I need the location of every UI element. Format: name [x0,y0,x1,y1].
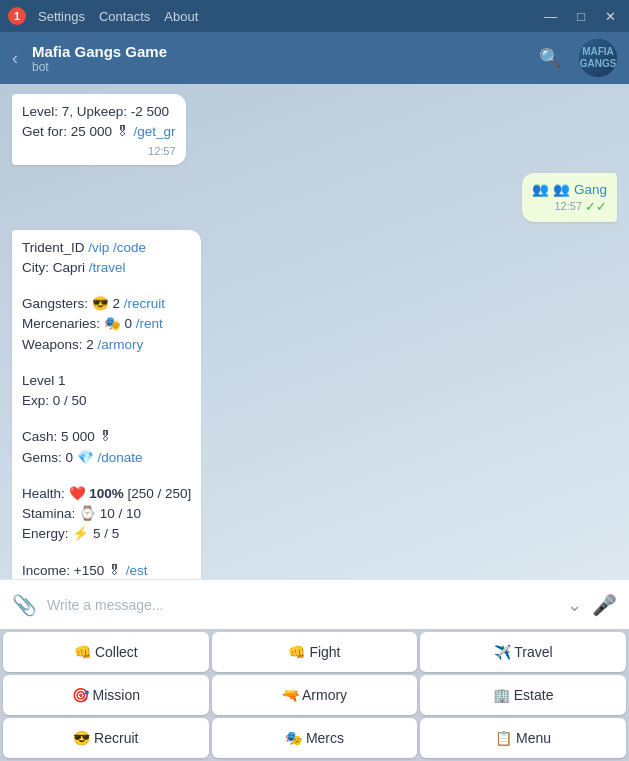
menu-about[interactable]: About [164,9,198,24]
msg-time-outgoing: 12:57 ✓✓ [532,199,607,214]
avatar: MAFIAGANGS [579,39,617,77]
close-button[interactable]: ✕ [600,7,621,26]
back-button[interactable]: ‹ [12,48,18,69]
bubble-outgoing: 👥 👥 Gang 12:57 ✓✓ [522,173,617,222]
recruit-link[interactable]: /recruit [124,296,165,311]
msg-line: Level 1 [22,371,191,391]
mic-icon[interactable]: 🎤 [592,593,617,617]
btn-mercs[interactable]: 🎭 Mercs [212,718,418,758]
message-row: Level: 7, Upkeep: -2 500 Get for: 25 000… [12,94,186,165]
attach-icon[interactable]: 📎 [12,593,37,617]
msg-line: Health: ❤️ 100% [250 / 250] [22,484,191,504]
msg-line: Stamina: ⌚ 10 / 10 [22,504,191,524]
message-row: Trident_ID /vip /code City: Capri /trave… [12,230,201,580]
header-info: Mafia Gangs Game bot [32,43,529,74]
btn-estate[interactable]: 🏢 Estate [420,675,626,715]
title-bar-menu: Settings Contacts About [38,9,198,24]
bubble-incoming-main: Trident_ID /vip /code City: Capri /trave… [12,230,201,580]
outgoing-time: 12:57 [554,200,582,212]
vip-link[interactable]: /vip [88,240,109,255]
chat-area: Level: 7, Upkeep: -2 500 Get for: 25 000… [0,84,629,579]
msg-line: City: Capri /travel [22,258,191,278]
search-icon[interactable]: 🔍 [539,47,561,69]
avatar-inner: MAFIAGANGS [579,39,617,77]
get-gr-link[interactable]: /get_gr [134,124,176,139]
keyboard: 👊 Collect 👊 Fight ✈️ Travel 🎯 Mission 🔫 … [0,629,629,761]
message-input[interactable] [47,597,557,613]
btn-collect[interactable]: 👊 Collect [3,632,209,672]
title-bar-left: 1 Settings Contacts About [8,7,198,25]
message-row: 👥 👥 Gang 12:57 ✓✓ [522,173,617,222]
btn-mission[interactable]: 🎯 Mission [3,675,209,715]
code-link[interactable]: /code [113,240,146,255]
armory-link[interactable]: /armory [98,337,144,352]
msg-time: 12:57 [22,145,176,157]
title-bar: 1 Settings Contacts About — □ ✕ [0,0,629,32]
gang-icon: 👥 [532,181,549,197]
chevron-down-icon[interactable]: ⌄ [567,594,582,616]
donate-link[interactable]: /donate [98,450,143,465]
chat-sub: bot [32,60,529,74]
chat-header: ‹ Mafia Gangs Game bot 🔍 MAFIAGANGS [0,32,629,84]
menu-settings[interactable]: Settings [38,9,85,24]
msg-line: Mercenaries: 🎭 0 /rent [22,314,191,334]
msg-line: Energy: ⚡ 5 / 5 [22,524,191,544]
bubble-incoming: Level: 7, Upkeep: -2 500 Get for: 25 000… [12,94,186,165]
msg-line: Get for: 25 000 🎖 /get_gr [22,122,176,142]
msg-line: Gangsters: 😎 2 /recruit [22,294,191,314]
maximize-button[interactable]: □ [572,7,590,26]
read-ticks-icon: ✓✓ [585,199,607,214]
app-icon: 1 [8,7,26,25]
rent-link[interactable]: /rent [136,316,163,331]
chat-name: Mafia Gangs Game [32,43,529,60]
btn-recruit[interactable]: 😎 Recruit [3,718,209,758]
btn-menu[interactable]: 📋 Menu [420,718,626,758]
input-bar: 📎 ⌄ 🎤 [0,579,629,629]
title-bar-controls: — □ ✕ [539,7,621,26]
msg-line: Income: +150 🎖 /est [22,561,191,580]
msg-line: Cash: 5 000 🎖 [22,427,191,447]
minimize-button[interactable]: — [539,7,562,26]
msg-line: Level: 7, Upkeep: -2 500 [22,102,176,122]
est-link[interactable]: /est [126,563,148,578]
btn-fight[interactable]: 👊 Fight [212,632,418,672]
gang-text: 👥 Gang [553,181,607,197]
msg-line: Weapons: 2 /armory [22,335,191,355]
btn-travel[interactable]: ✈️ Travel [420,632,626,672]
gang-label: 👥 👥 Gang [532,181,607,197]
msg-line: Trident_ID /vip /code [22,238,191,258]
menu-contacts[interactable]: Contacts [99,9,150,24]
btn-armory[interactable]: 🔫 Armory [212,675,418,715]
msg-line: Gems: 0 💎 /donate [22,448,191,468]
travel-link[interactable]: /travel [89,260,126,275]
msg-line: Exp: 0 / 50 [22,391,191,411]
